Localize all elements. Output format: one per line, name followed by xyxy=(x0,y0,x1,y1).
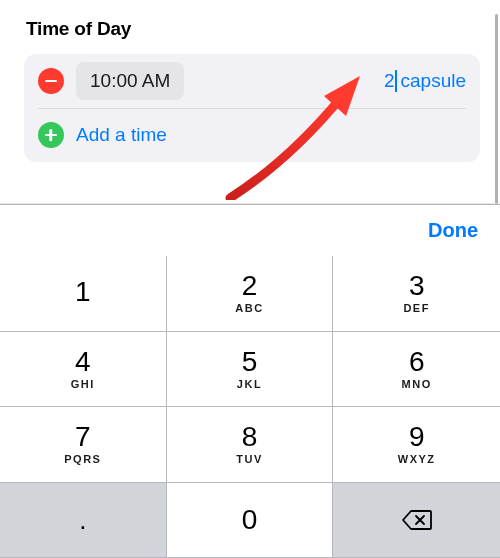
keypad-key-4[interactable]: 4 GHI xyxy=(0,332,167,408)
done-button[interactable]: Done xyxy=(428,219,478,242)
add-time-label: Add a time xyxy=(76,124,167,146)
keypad-key-6[interactable]: 6 MNO xyxy=(333,332,500,408)
keypad-key-9[interactable]: 9 WXYZ xyxy=(333,407,500,483)
plus-icon xyxy=(50,129,53,141)
add-time-button[interactable] xyxy=(38,122,64,148)
minus-icon xyxy=(45,80,57,83)
keypad-key-5[interactable]: 5 JKL xyxy=(167,332,334,408)
keypad-key-1[interactable]: 1 xyxy=(0,256,167,332)
keypad-key-7[interactable]: 7 PQRS xyxy=(0,407,167,483)
keypad-key-3[interactable]: 3 DEF xyxy=(333,256,500,332)
time-entry-row: 10:00 AM 2 capsule xyxy=(38,54,466,108)
backspace-icon xyxy=(402,509,432,531)
add-time-row[interactable]: Add a time xyxy=(38,108,466,162)
time-picker-value[interactable]: 10:00 AM xyxy=(76,62,184,100)
remove-time-button[interactable] xyxy=(38,68,64,94)
keypad-key-2[interactable]: 2 ABC xyxy=(167,256,334,332)
keypad-key-8[interactable]: 8 TUV xyxy=(167,407,334,483)
numeric-keypad: 1 2 ABC 3 DEF 4 GHI 5 JKL 6 MNO 7 PQRS 8… xyxy=(0,256,500,558)
quantity-value: 2 xyxy=(384,70,397,92)
section-title-time-of-day: Time of Day xyxy=(26,18,480,40)
time-entries-card: 10:00 AM 2 capsule Add a time xyxy=(24,54,480,162)
keypad-key-backspace[interactable] xyxy=(333,483,500,559)
quantity-field[interactable]: 2 capsule xyxy=(384,70,466,92)
keypad-key-decimal[interactable]: . xyxy=(0,483,167,559)
keyboard-toolbar: Done xyxy=(0,204,500,256)
quantity-unit: capsule xyxy=(401,70,467,92)
keypad-key-0[interactable]: 0 xyxy=(167,483,334,559)
scroll-indicator[interactable] xyxy=(495,14,498,204)
